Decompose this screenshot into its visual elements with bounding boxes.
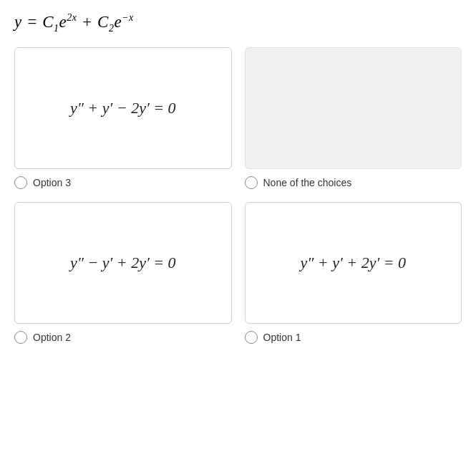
option-none-text: None of the choices (263, 177, 352, 188)
option-3-label[interactable]: Option 3 (14, 176, 71, 189)
option-box-none[interactable] (245, 47, 462, 169)
option-2-label[interactable]: Option 2 (14, 331, 71, 344)
option-3-equation: y″ + y′ − 2y′ = 0 (70, 99, 176, 117)
option-cell-3: y″ + y′ − 2y′ = 0 Option 3 (14, 47, 232, 189)
option-box-2[interactable]: y″ − y′ + 2y′ = 0 (14, 202, 232, 324)
option-box-1[interactable]: y″ + y′ + 2y′ = 0 (245, 202, 462, 324)
option-3-radio[interactable] (14, 176, 27, 189)
option-2-equation: y″ − y′ + 2y′ = 0 (70, 254, 176, 272)
option-none-label[interactable]: None of the choices (245, 176, 352, 189)
option-cell-1: y″ + y′ + 2y′ = 0 Option 1 (245, 202, 462, 344)
option-box-3[interactable]: y″ + y′ − 2y′ = 0 (14, 47, 232, 169)
options-grid: y″ + y′ − 2y′ = 0 Option 3 None of the c… (14, 47, 462, 344)
option-cell-none: None of the choices (245, 47, 462, 189)
option-1-equation: y″ + y′ + 2y′ = 0 (300, 254, 406, 272)
option-3-text: Option 3 (33, 177, 71, 188)
option-cell-2: y″ − y′ + 2y′ = 0 Option 2 (14, 202, 232, 344)
option-1-label[interactable]: Option 1 (245, 331, 301, 344)
equation-title: y = C1e2x + C2e−x (14, 13, 462, 34)
option-1-text: Option 1 (263, 332, 301, 343)
option-2-text: Option 2 (33, 332, 71, 343)
option-2-radio[interactable] (14, 331, 27, 344)
option-1-radio[interactable] (245, 331, 258, 344)
option-none-radio[interactable] (245, 176, 258, 189)
